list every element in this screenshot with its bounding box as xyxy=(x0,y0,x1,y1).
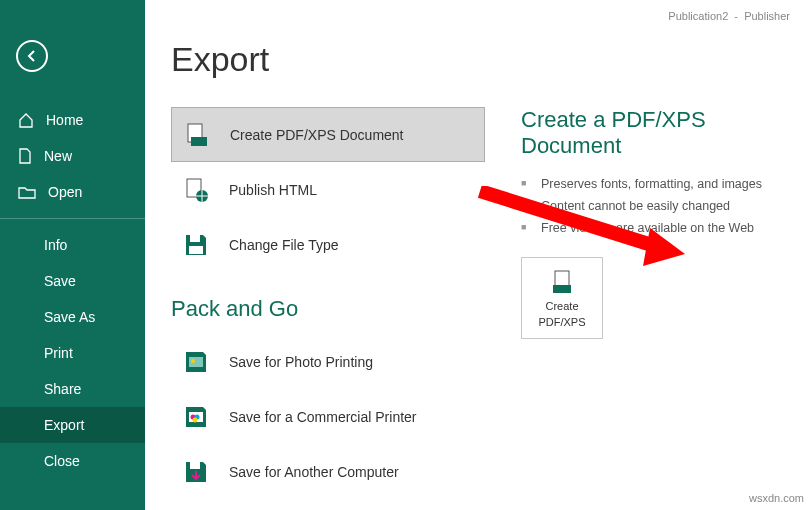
backstage-sidebar: Home New Open Info Save Save As Print Sh… xyxy=(0,0,145,510)
app-name: Publisher xyxy=(744,10,790,22)
nav-save[interactable]: Save xyxy=(0,263,145,299)
option-save-photo-printing[interactable]: Save for Photo Printing xyxy=(171,334,485,389)
option-save-another-computer[interactable]: Save for Another Computer xyxy=(171,444,485,499)
nav-label: Save xyxy=(44,273,76,289)
svg-rect-5 xyxy=(189,246,203,254)
button-text-1: Create xyxy=(545,300,578,312)
detail-panel: Create a PDF/XPS Document Preserves font… xyxy=(521,107,786,499)
nav-home[interactable]: Home xyxy=(0,102,145,138)
nav-label: Share xyxy=(44,381,81,397)
titlebar: Publication2 - Publisher xyxy=(668,10,790,22)
detail-bullet: Preserves fonts, formatting, and images xyxy=(521,173,786,195)
option-label: Change File Type xyxy=(229,237,338,253)
save-icon xyxy=(181,230,211,260)
svg-rect-12 xyxy=(190,462,200,469)
open-icon xyxy=(18,185,36,199)
svg-rect-6 xyxy=(189,357,203,367)
button-text-2: PDF/XPS xyxy=(538,316,585,328)
nav-label: Home xyxy=(46,112,83,128)
export-save-icon xyxy=(181,457,211,487)
back-arrow-icon xyxy=(25,49,39,63)
detail-bullet: Content cannot be easily changed xyxy=(521,195,786,217)
export-options-list: Create PDF/XPS Document Publish HTML Cha… xyxy=(171,107,485,499)
option-label: Publish HTML xyxy=(229,182,317,198)
svg-rect-14 xyxy=(553,285,571,293)
nav-saveas[interactable]: Save As xyxy=(0,299,145,335)
nav-label: Save As xyxy=(44,309,95,325)
nav-label: Open xyxy=(48,184,82,200)
nav-share[interactable]: Share xyxy=(0,371,145,407)
back-button[interactable] xyxy=(16,40,48,72)
home-icon xyxy=(18,112,34,128)
option-publish-html[interactable]: Publish HTML xyxy=(171,162,485,217)
doc-name: Publication2 xyxy=(668,10,728,22)
nav-close[interactable]: Close xyxy=(0,443,145,479)
html-icon xyxy=(181,175,211,205)
detail-bullets: Preserves fonts, formatting, and images … xyxy=(521,173,786,239)
photo-icon xyxy=(181,347,211,377)
cmyk-icon xyxy=(181,402,211,432)
option-create-pdf-xps[interactable]: Create PDF/XPS Document xyxy=(171,107,485,162)
nav-new[interactable]: New xyxy=(0,138,145,174)
svg-point-11 xyxy=(193,417,198,422)
pack-and-go-heading: Pack and Go xyxy=(171,296,485,322)
nav-label: Export xyxy=(44,417,84,433)
nav-open[interactable]: Open xyxy=(0,174,145,210)
detail-title: Create a PDF/XPS Document xyxy=(521,107,786,159)
watermark: wsxdn.com xyxy=(749,492,804,504)
main-panel: Publication2 - Publisher Export Create P… xyxy=(145,0,812,510)
nav-info[interactable]: Info xyxy=(0,227,145,263)
nav-print[interactable]: Print xyxy=(0,335,145,371)
detail-bullet: Free viewers are available on the Web xyxy=(521,217,786,239)
nav-label: Print xyxy=(44,345,73,361)
option-label: Save for a Commercial Printer xyxy=(229,409,417,425)
pdf-icon xyxy=(182,120,212,150)
nav-label: Close xyxy=(44,453,80,469)
option-save-commercial-printer[interactable]: Save for a Commercial Printer xyxy=(171,389,485,444)
svg-rect-4 xyxy=(190,235,200,242)
option-label: Create PDF/XPS Document xyxy=(230,127,404,143)
create-pdf-xps-button[interactable]: Create PDF/XPS xyxy=(521,257,603,339)
option-label: Save for Another Computer xyxy=(229,464,399,480)
new-icon xyxy=(18,148,32,164)
svg-point-7 xyxy=(191,359,195,363)
page-title: Export xyxy=(171,40,786,79)
pdf-action-icon xyxy=(548,268,576,296)
svg-rect-1 xyxy=(191,137,207,146)
option-change-filetype[interactable]: Change File Type xyxy=(171,217,485,272)
nav-export[interactable]: Export xyxy=(0,407,145,443)
nav-label: Info xyxy=(44,237,67,253)
nav-label: New xyxy=(44,148,72,164)
divider xyxy=(0,218,145,219)
option-label: Save for Photo Printing xyxy=(229,354,373,370)
